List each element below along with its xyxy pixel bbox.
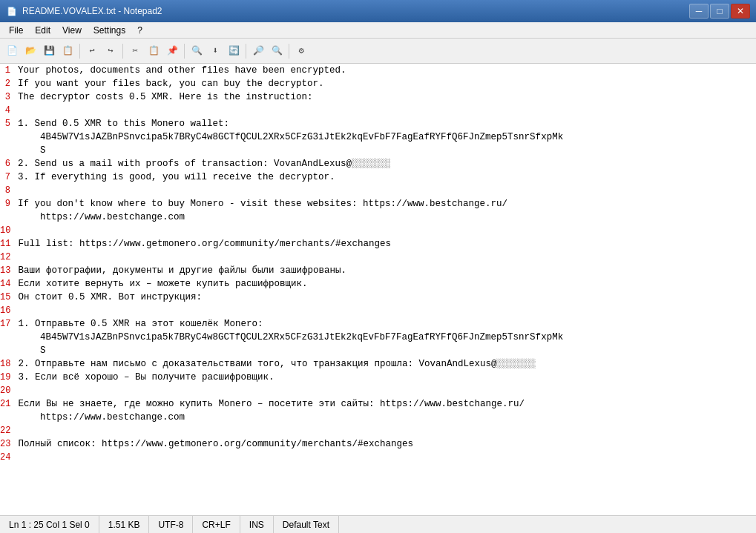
line-content[interactable]: Если хотите вернуть их – можете купить р… bbox=[15, 277, 756, 291]
status-bar: Ln 1 : 25 Col 1 Sel 0 1.51 KB UTF-8 CR+L… bbox=[0, 515, 756, 533]
table-row: 182. Отправьте нам письмо с доказательст… bbox=[0, 357, 756, 371]
editor-scroll[interactable]: 1Your photos, documents and other files … bbox=[0, 64, 756, 515]
table-row: 24 bbox=[0, 451, 756, 464]
toolbar-sep-1 bbox=[79, 44, 80, 59]
line-number: 9 bbox=[0, 197, 15, 211]
table-row: 13Ваши фотографии, документы и другие фа… bbox=[0, 264, 756, 277]
table-row: S bbox=[0, 144, 756, 157]
line-content[interactable]: The decryptor costs 0.5 XMR. Here is the… bbox=[15, 90, 756, 104]
toolbar-sep-5 bbox=[289, 44, 289, 59]
menu-edit[interactable]: Edit bbox=[29, 22, 56, 38]
save-button[interactable]: 💾 bbox=[40, 42, 58, 60]
line-number: 15 bbox=[0, 291, 15, 304]
new-button[interactable]: 📄 bbox=[3, 42, 21, 60]
line-content[interactable]: Full list: https://www.getmonero.org/com… bbox=[15, 237, 756, 251]
save-copy-button[interactable]: 📋 bbox=[59, 42, 76, 60]
line-content[interactable]: Your photos, documents and other files h… bbox=[15, 64, 756, 77]
table-row: https://www.bestchange.com bbox=[0, 211, 756, 224]
close-button[interactable]: ✕ bbox=[731, 4, 750, 19]
line-number: 11 bbox=[0, 237, 15, 251]
zoomout-button[interactable]: 🔍 bbox=[268, 42, 286, 60]
status-mode: INS bbox=[240, 516, 274, 533]
line-content[interactable]: Если Вы не знаете, где можно купить Mone… bbox=[15, 397, 756, 411]
line-number: 12 bbox=[0, 251, 15, 264]
line-number: 4 bbox=[0, 104, 15, 117]
table-row: 3The decryptor costs 0.5 XMR. Here is th… bbox=[0, 90, 756, 104]
line-content[interactable]: 3. If everything is good, you will recei… bbox=[15, 171, 756, 184]
line-content[interactable]: 1. Отправьте 0.5 XMR на этот кошелёк Mon… bbox=[15, 317, 756, 331]
table-row: 4 bbox=[0, 104, 756, 117]
line-content[interactable]: 3. Если всё хорошо – Вы получите расшифр… bbox=[15, 371, 756, 384]
menu-view[interactable]: View bbox=[56, 22, 88, 38]
table-row: 20 bbox=[0, 384, 756, 397]
table-row: 4B45W7V1sJAZBnPSnvcipa5k7BRyC4w8GCTfQCUL… bbox=[0, 130, 756, 144]
open-button[interactable]: 📂 bbox=[22, 42, 39, 60]
status-position: Ln 1 : 25 Col 1 Sel 0 bbox=[6, 516, 99, 533]
minimize-button[interactable]: ─ bbox=[689, 4, 709, 19]
menu-help[interactable]: ? bbox=[131, 22, 148, 38]
app-icon: 📄 bbox=[6, 5, 18, 17]
table-row: 14Если хотите вернуть их – можете купить… bbox=[0, 277, 756, 291]
table-row: https://www.bestchange.com bbox=[0, 411, 756, 424]
copy-button[interactable]: 📋 bbox=[145, 42, 162, 60]
line-content[interactable]: Ваши фотографии, документы и другие файл… bbox=[15, 264, 756, 277]
find-button[interactable]: 🔍 bbox=[188, 42, 206, 60]
cut-button[interactable]: ✂ bbox=[126, 42, 144, 60]
line-number: 20 bbox=[0, 384, 15, 397]
line-content[interactable]: If you don't know where to buy Monero - … bbox=[15, 197, 756, 211]
editor-container: 1Your photos, documents and other files … bbox=[0, 64, 756, 515]
line-content[interactable]: Он стоит 0.5 XMR. Вот инструкция: bbox=[15, 291, 756, 304]
table-row: 16 bbox=[0, 304, 756, 317]
toolbar: 📄 📂 💾 📋 ↩ ↪ ✂ 📋 📌 🔍 ⬇ 🔄 🔎 🔍 ⚙ bbox=[0, 39, 756, 64]
table-row: 2If you want your files back, you can bu… bbox=[0, 77, 756, 90]
table-row: 12 bbox=[0, 251, 756, 264]
line-content-continuation[interactable]: https://www.bestchange.com bbox=[15, 411, 756, 424]
line-number: 2 bbox=[0, 77, 15, 90]
line-content-continuation[interactable]: S bbox=[15, 344, 756, 357]
maximize-button[interactable]: □ bbox=[710, 4, 729, 19]
line-content-continuation[interactable]: 4B45W7V1sJAZBnPSnvcipa5k7BRyC4w8GCTfQCUL… bbox=[15, 130, 756, 144]
line-content[interactable]: If you want your files back, you can buy… bbox=[15, 77, 756, 90]
zoomin-button[interactable]: 🔎 bbox=[249, 42, 267, 60]
table-row: 10 bbox=[0, 224, 756, 237]
line-content[interactable]: Полный список: https://www.getmonero.org… bbox=[15, 437, 756, 451]
line-number: 17 bbox=[0, 317, 15, 331]
menu-bar: File Edit View Settings ? bbox=[0, 22, 756, 39]
table-row: 73. If everything is good, you will rece… bbox=[0, 171, 756, 184]
table-row: 22 bbox=[0, 424, 756, 437]
menu-settings[interactable]: Settings bbox=[88, 22, 131, 38]
undo-button[interactable]: ↩ bbox=[83, 42, 101, 60]
line-number: 8 bbox=[0, 184, 15, 197]
table-row: 1Your photos, documents and other files … bbox=[0, 64, 756, 77]
line-number: 5 bbox=[0, 117, 15, 130]
replace-button[interactable]: 🔄 bbox=[225, 42, 243, 60]
line-content[interactable]: 2. Send us a mail with proofs of transac… bbox=[15, 157, 756, 171]
settings-button[interactable]: ⚙ bbox=[292, 42, 310, 60]
table-row: S bbox=[0, 344, 756, 357]
toolbar-sep-4 bbox=[246, 44, 246, 59]
menu-file[interactable]: File bbox=[3, 22, 29, 38]
table-row: 62. Send us a mail with proofs of transa… bbox=[0, 157, 756, 171]
line-content-continuation[interactable]: 4B45W7V1sJAZBnPSnvcipa5k7BRyC4w8GCTfQCUL… bbox=[15, 331, 756, 344]
line-content-continuation[interactable]: S bbox=[15, 144, 756, 157]
title-text: README.VOVALEX.txt - Notepad2 bbox=[22, 6, 689, 16]
status-size: 1.51 KB bbox=[99, 516, 150, 533]
line-number: 19 bbox=[0, 371, 15, 384]
paste-button[interactable]: 📌 bbox=[163, 42, 181, 60]
status-lineending: CR+LF bbox=[193, 516, 240, 533]
line-content-continuation[interactable]: https://www.bestchange.com bbox=[15, 211, 756, 224]
line-number: 3 bbox=[0, 90, 15, 104]
line-content[interactable]: 1. Send 0.5 XMR to this Monero wallet: bbox=[15, 117, 756, 130]
line-number: 18 bbox=[0, 357, 15, 371]
table-row: 8 bbox=[0, 184, 756, 197]
table-row: 9If you don't know where to buy Monero -… bbox=[0, 197, 756, 211]
status-encoding: UTF-8 bbox=[149, 516, 193, 533]
line-number: 21 bbox=[0, 397, 15, 411]
findnext-button[interactable]: ⬇ bbox=[206, 42, 224, 60]
table-row: 193. Если всё хорошо – Вы получите расши… bbox=[0, 371, 756, 384]
line-number: 13 bbox=[0, 264, 15, 277]
toolbar-sep-3 bbox=[184, 44, 185, 59]
line-number: 1 bbox=[0, 64, 15, 77]
line-content[interactable]: 2. Отправьте нам письмо с доказательства… bbox=[15, 357, 756, 371]
redo-button[interactable]: ↪ bbox=[102, 42, 119, 60]
